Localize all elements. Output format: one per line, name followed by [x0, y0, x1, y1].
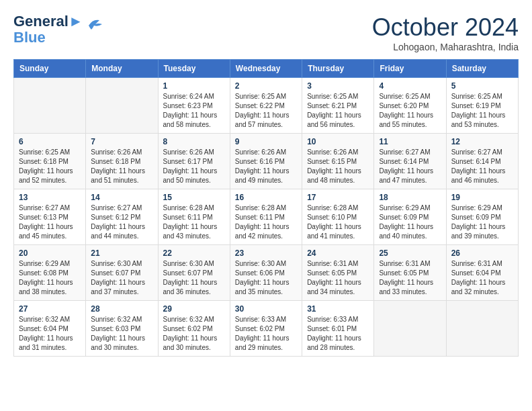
day-info: Sunrise: 6:32 AM Sunset: 6:03 PM Dayligh…: [91, 315, 152, 353]
day-number: 11: [379, 137, 441, 146]
day-number: 5: [451, 81, 513, 91]
day-info: Sunrise: 6:25 AM Sunset: 6:20 PM Dayligh…: [379, 92, 441, 130]
day-info: Sunrise: 6:27 AM Sunset: 6:12 PM Dayligh…: [91, 203, 152, 241]
day-info: Sunrise: 6:33 AM Sunset: 6:01 PM Dayligh…: [307, 315, 369, 353]
day-number: 13: [19, 193, 81, 202]
day-number: 27: [19, 304, 81, 314]
day-cell: 30Sunrise: 6:33 AM Sunset: 6:02 PM Dayli…: [230, 301, 302, 357]
day-cell: 19Sunrise: 6:29 AM Sunset: 6:09 PM Dayli…: [446, 189, 518, 245]
day-info: Sunrise: 6:25 AM Sunset: 6:21 PM Dayligh…: [307, 92, 369, 130]
day-number: 21: [91, 248, 152, 258]
day-cell: 20Sunrise: 6:29 AM Sunset: 6:08 PM Dayli…: [14, 245, 86, 301]
day-info: Sunrise: 6:28 AM Sunset: 6:11 PM Dayligh…: [235, 203, 297, 241]
day-number: 15: [163, 193, 225, 202]
day-number: 2: [235, 81, 297, 91]
day-number: 16: [235, 193, 297, 202]
weekday-header-row: SundayMondayTuesdayWednesdayThursdayFrid…: [14, 60, 519, 78]
day-cell: [14, 78, 86, 134]
day-number: 24: [307, 248, 369, 258]
logo: General► Blue: [13, 13, 105, 46]
day-number: 18: [379, 193, 441, 202]
day-cell: 17Sunrise: 6:28 AM Sunset: 6:10 PM Dayli…: [302, 189, 374, 245]
day-info: Sunrise: 6:28 AM Sunset: 6:11 PM Dayligh…: [163, 203, 225, 241]
day-cell: 6Sunrise: 6:25 AM Sunset: 6:18 PM Daylig…: [14, 134, 86, 189]
day-number: 30: [235, 304, 297, 314]
day-info: Sunrise: 6:25 AM Sunset: 6:22 PM Dayligh…: [235, 92, 297, 130]
day-info: Sunrise: 6:32 AM Sunset: 6:04 PM Dayligh…: [19, 315, 81, 353]
day-info: Sunrise: 6:26 AM Sunset: 6:15 PM Dayligh…: [307, 148, 369, 185]
week-row-3: 13Sunrise: 6:27 AM Sunset: 6:13 PM Dayli…: [14, 189, 519, 245]
weekday-header-thursday: Thursday: [302, 60, 374, 78]
day-number: 10: [307, 137, 369, 146]
weekday-header-wednesday: Wednesday: [230, 60, 302, 78]
day-info: Sunrise: 6:26 AM Sunset: 6:18 PM Dayligh…: [91, 148, 152, 185]
day-number: 4: [379, 81, 441, 91]
day-number: 19: [451, 193, 513, 202]
day-cell: 26Sunrise: 6:31 AM Sunset: 6:04 PM Dayli…: [446, 245, 518, 301]
day-info: Sunrise: 6:26 AM Sunset: 6:17 PM Dayligh…: [163, 148, 225, 185]
week-row-1: 1Sunrise: 6:24 AM Sunset: 6:23 PM Daylig…: [14, 78, 519, 134]
day-number: 7: [91, 137, 152, 146]
day-cell: 3Sunrise: 6:25 AM Sunset: 6:21 PM Daylig…: [302, 78, 374, 134]
weekday-header-monday: Monday: [86, 60, 158, 78]
day-cell: 29Sunrise: 6:32 AM Sunset: 6:02 PM Dayli…: [158, 301, 230, 357]
day-cell: 28Sunrise: 6:32 AM Sunset: 6:03 PM Dayli…: [86, 301, 158, 357]
day-number: 14: [91, 193, 152, 202]
day-info: Sunrise: 6:29 AM Sunset: 6:09 PM Dayligh…: [379, 203, 441, 241]
day-cell: 22Sunrise: 6:30 AM Sunset: 6:07 PM Dayli…: [158, 245, 230, 301]
day-info: Sunrise: 6:27 AM Sunset: 6:13 PM Dayligh…: [19, 203, 81, 241]
day-info: Sunrise: 6:29 AM Sunset: 6:09 PM Dayligh…: [451, 203, 513, 241]
day-cell: 1Sunrise: 6:24 AM Sunset: 6:23 PM Daylig…: [158, 78, 230, 134]
day-number: 9: [235, 137, 297, 146]
day-info: Sunrise: 6:25 AM Sunset: 6:19 PM Dayligh…: [451, 92, 513, 130]
day-info: Sunrise: 6:33 AM Sunset: 6:02 PM Dayligh…: [235, 315, 297, 353]
week-row-2: 6Sunrise: 6:25 AM Sunset: 6:18 PM Daylig…: [14, 134, 519, 189]
day-cell: [446, 301, 518, 357]
day-number: 20: [19, 248, 81, 258]
day-cell: 8Sunrise: 6:26 AM Sunset: 6:17 PM Daylig…: [158, 134, 230, 189]
day-cell: 24Sunrise: 6:31 AM Sunset: 6:05 PM Dayli…: [302, 245, 374, 301]
day-cell: 13Sunrise: 6:27 AM Sunset: 6:13 PM Dayli…: [14, 189, 86, 245]
weekday-header-tuesday: Tuesday: [158, 60, 230, 78]
day-number: 3: [307, 81, 369, 91]
day-cell: 16Sunrise: 6:28 AM Sunset: 6:11 PM Dayli…: [230, 189, 302, 245]
day-info: Sunrise: 6:31 AM Sunset: 6:05 PM Dayligh…: [379, 259, 441, 297]
day-cell: 31Sunrise: 6:33 AM Sunset: 6:01 PM Dayli…: [302, 301, 374, 357]
day-number: 26: [451, 248, 513, 258]
day-info: Sunrise: 6:28 AM Sunset: 6:10 PM Dayligh…: [307, 203, 369, 241]
day-number: 29: [163, 304, 225, 314]
month-title: October 2024: [372, 13, 519, 42]
day-cell: 2Sunrise: 6:25 AM Sunset: 6:22 PM Daylig…: [230, 78, 302, 134]
day-info: Sunrise: 6:26 AM Sunset: 6:16 PM Dayligh…: [235, 148, 297, 185]
day-cell: [374, 301, 446, 357]
day-number: 31: [307, 304, 369, 314]
day-number: 22: [163, 248, 225, 258]
day-cell: 18Sunrise: 6:29 AM Sunset: 6:09 PM Dayli…: [374, 189, 446, 245]
day-cell: 14Sunrise: 6:27 AM Sunset: 6:12 PM Dayli…: [86, 189, 158, 245]
day-number: 25: [379, 248, 441, 258]
day-cell: 4Sunrise: 6:25 AM Sunset: 6:20 PM Daylig…: [374, 78, 446, 134]
day-cell: 12Sunrise: 6:27 AM Sunset: 6:14 PM Dayli…: [446, 134, 518, 189]
calendar-table: SundayMondayTuesdayWednesdayThursdayFrid…: [13, 59, 519, 357]
title-section: October 2024 Lohogaon, Maharashtra, Indi…: [372, 13, 519, 52]
day-number: 17: [307, 193, 369, 202]
day-info: Sunrise: 6:31 AM Sunset: 6:05 PM Dayligh…: [307, 259, 369, 297]
day-info: Sunrise: 6:30 AM Sunset: 6:07 PM Dayligh…: [91, 259, 152, 297]
location: Lohogaon, Maharashtra, India: [372, 42, 519, 52]
logo-line1: General►: [13, 13, 83, 30]
day-cell: 27Sunrise: 6:32 AM Sunset: 6:04 PM Dayli…: [14, 301, 86, 357]
weekday-header-sunday: Sunday: [14, 60, 86, 78]
day-info: Sunrise: 6:29 AM Sunset: 6:08 PM Dayligh…: [19, 259, 81, 297]
day-number: 28: [91, 304, 152, 314]
day-cell: 25Sunrise: 6:31 AM Sunset: 6:05 PM Dayli…: [374, 245, 446, 301]
day-cell: 7Sunrise: 6:26 AM Sunset: 6:18 PM Daylig…: [86, 134, 158, 189]
day-number: 23: [235, 248, 297, 258]
logo-line2: Blue: [13, 30, 83, 46]
weekday-header-saturday: Saturday: [446, 60, 518, 78]
week-row-4: 20Sunrise: 6:29 AM Sunset: 6:08 PM Dayli…: [14, 245, 519, 301]
day-number: 12: [451, 137, 513, 146]
day-info: Sunrise: 6:27 AM Sunset: 6:14 PM Dayligh…: [451, 148, 513, 185]
day-info: Sunrise: 6:24 AM Sunset: 6:23 PM Dayligh…: [163, 92, 225, 130]
day-cell: 10Sunrise: 6:26 AM Sunset: 6:15 PM Dayli…: [302, 134, 374, 189]
day-cell: [86, 78, 158, 134]
